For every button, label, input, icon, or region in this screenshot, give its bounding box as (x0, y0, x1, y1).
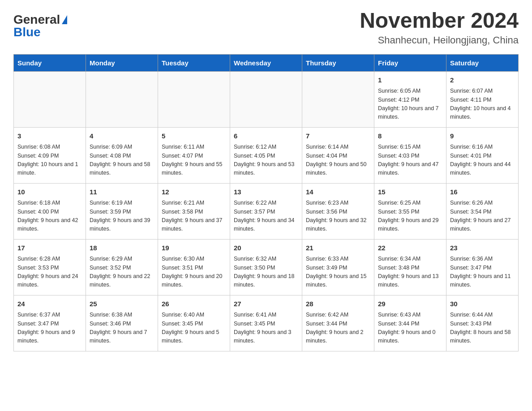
logo-blue-text: Blue (13, 26, 41, 39)
calendar-cell: 10Sunrise: 6:18 AMSunset: 4:00 PMDayligh… (14, 183, 86, 239)
calendar-cell: 27Sunrise: 6:41 AMSunset: 3:45 PMDayligh… (230, 295, 302, 351)
day-info: Sunrise: 6:33 AMSunset: 3:49 PMDaylight:… (306, 255, 370, 290)
calendar-cell: 13Sunrise: 6:22 AMSunset: 3:57 PMDayligh… (230, 183, 302, 239)
calendar-cell: 12Sunrise: 6:21 AMSunset: 3:58 PMDayligh… (158, 183, 230, 239)
day-info: Sunrise: 6:30 AMSunset: 3:51 PMDaylight:… (162, 255, 226, 290)
day-info: Sunrise: 6:19 AMSunset: 3:59 PMDaylight:… (90, 199, 154, 234)
calendar-week-row: 24Sunrise: 6:37 AMSunset: 3:47 PMDayligh… (14, 295, 519, 351)
calendar-cell: 14Sunrise: 6:23 AMSunset: 3:56 PMDayligh… (302, 183, 374, 239)
day-number: 18 (90, 243, 154, 253)
calendar-cell: 30Sunrise: 6:44 AMSunset: 3:43 PMDayligh… (446, 295, 519, 351)
day-info: Sunrise: 6:25 AMSunset: 3:55 PMDaylight:… (378, 199, 442, 234)
day-number: 12 (162, 187, 226, 197)
day-info: Sunrise: 6:14 AMSunset: 4:04 PMDaylight:… (306, 143, 370, 178)
calendar-cell: 4Sunrise: 6:09 AMSunset: 4:08 PMDaylight… (86, 127, 158, 183)
day-info: Sunrise: 6:43 AMSunset: 3:44 PMDaylight:… (378, 311, 442, 346)
calendar-cell: 6Sunrise: 6:12 AMSunset: 4:05 PMDaylight… (230, 127, 302, 183)
calendar-title: November 2024 (360, 9, 519, 33)
day-number: 29 (378, 299, 442, 309)
day-number: 9 (450, 131, 515, 141)
weekday-header-monday: Monday (86, 54, 158, 71)
day-info: Sunrise: 6:07 AMSunset: 4:11 PMDaylight:… (450, 87, 515, 122)
calendar-week-row: 17Sunrise: 6:28 AMSunset: 3:53 PMDayligh… (14, 239, 519, 295)
weekday-header-sunday: Sunday (14, 54, 86, 71)
calendar-cell (230, 71, 302, 127)
calendar-cell: 26Sunrise: 6:40 AMSunset: 3:45 PMDayligh… (158, 295, 230, 351)
day-number: 10 (17, 187, 82, 197)
day-number: 11 (90, 187, 154, 197)
day-number: 1 (378, 75, 442, 86)
day-info: Sunrise: 6:44 AMSunset: 3:43 PMDaylight:… (450, 311, 515, 346)
title-area: November 2024 Shanhecun, Heilongjiang, C… (360, 9, 519, 46)
day-number: 22 (378, 243, 442, 253)
day-info: Sunrise: 6:21 AMSunset: 3:58 PMDaylight:… (162, 199, 226, 234)
calendar-cell: 21Sunrise: 6:33 AMSunset: 3:49 PMDayligh… (302, 239, 374, 295)
calendar-cell: 18Sunrise: 6:29 AMSunset: 3:52 PMDayligh… (86, 239, 158, 295)
calendar-cell (302, 71, 374, 127)
day-info: Sunrise: 6:26 AMSunset: 3:54 PMDaylight:… (450, 199, 515, 234)
day-number: 30 (450, 299, 515, 309)
day-info: Sunrise: 6:36 AMSunset: 3:47 PMDaylight:… (450, 255, 515, 290)
day-info: Sunrise: 6:42 AMSunset: 3:44 PMDaylight:… (306, 311, 370, 346)
calendar-cell: 11Sunrise: 6:19 AMSunset: 3:59 PMDayligh… (86, 183, 158, 239)
day-number: 13 (234, 187, 298, 197)
calendar-cell: 16Sunrise: 6:26 AMSunset: 3:54 PMDayligh… (446, 183, 519, 239)
calendar-cell: 25Sunrise: 6:38 AMSunset: 3:46 PMDayligh… (86, 295, 158, 351)
calendar-cell: 2Sunrise: 6:07 AMSunset: 4:11 PMDaylight… (446, 71, 519, 127)
day-number: 15 (378, 187, 442, 197)
day-number: 4 (90, 131, 154, 141)
day-info: Sunrise: 6:28 AMSunset: 3:53 PMDaylight:… (17, 255, 82, 290)
day-info: Sunrise: 6:40 AMSunset: 3:45 PMDaylight:… (162, 311, 226, 346)
day-number: 2 (450, 75, 515, 86)
day-info: Sunrise: 6:29 AMSunset: 3:52 PMDaylight:… (90, 255, 154, 290)
calendar-cell: 29Sunrise: 6:43 AMSunset: 3:44 PMDayligh… (374, 295, 446, 351)
calendar-cell (86, 71, 158, 127)
calendar-cell: 28Sunrise: 6:42 AMSunset: 3:44 PMDayligh… (302, 295, 374, 351)
day-number: 20 (234, 243, 298, 253)
day-info: Sunrise: 6:08 AMSunset: 4:09 PMDaylight:… (17, 143, 82, 178)
weekday-header-row: SundayMondayTuesdayWednesdayThursdayFrid… (14, 54, 519, 71)
day-number: 5 (162, 131, 226, 141)
calendar-week-row: 10Sunrise: 6:18 AMSunset: 4:00 PMDayligh… (14, 183, 519, 239)
calendar-cell: 5Sunrise: 6:11 AMSunset: 4:07 PMDaylight… (158, 127, 230, 183)
weekday-header-saturday: Saturday (446, 54, 519, 71)
calendar-cell: 24Sunrise: 6:37 AMSunset: 3:47 PMDayligh… (14, 295, 86, 351)
day-number: 17 (17, 243, 82, 253)
day-info: Sunrise: 6:12 AMSunset: 4:05 PMDaylight:… (234, 143, 298, 178)
calendar-week-row: 3Sunrise: 6:08 AMSunset: 4:09 PMDaylight… (14, 127, 519, 183)
day-number: 14 (306, 187, 370, 197)
calendar-cell: 8Sunrise: 6:15 AMSunset: 4:03 PMDaylight… (374, 127, 446, 183)
calendar-table: SundayMondayTuesdayWednesdayThursdayFrid… (13, 54, 519, 351)
day-number: 6 (234, 131, 298, 141)
day-number: 16 (450, 187, 515, 197)
day-info: Sunrise: 6:15 AMSunset: 4:03 PMDaylight:… (378, 143, 442, 178)
calendar-cell: 20Sunrise: 6:32 AMSunset: 3:50 PMDayligh… (230, 239, 302, 295)
day-info: Sunrise: 6:05 AMSunset: 4:12 PMDaylight:… (378, 87, 442, 122)
calendar-cell: 7Sunrise: 6:14 AMSunset: 4:04 PMDaylight… (302, 127, 374, 183)
weekday-header-wednesday: Wednesday (230, 54, 302, 71)
day-info: Sunrise: 6:23 AMSunset: 3:56 PMDaylight:… (306, 199, 370, 234)
calendar-cell: 3Sunrise: 6:08 AMSunset: 4:09 PMDaylight… (14, 127, 86, 183)
logo-triangle-icon (62, 15, 67, 24)
day-number: 19 (162, 243, 226, 253)
weekday-header-thursday: Thursday (302, 54, 374, 71)
calendar-cell: 15Sunrise: 6:25 AMSunset: 3:55 PMDayligh… (374, 183, 446, 239)
weekday-header-tuesday: Tuesday (158, 54, 230, 71)
day-info: Sunrise: 6:34 AMSunset: 3:48 PMDaylight:… (378, 255, 442, 290)
logo-general-text: General (13, 13, 60, 26)
day-info: Sunrise: 6:37 AMSunset: 3:47 PMDaylight:… (17, 311, 82, 346)
day-info: Sunrise: 6:22 AMSunset: 3:57 PMDaylight:… (234, 199, 298, 234)
calendar-cell (158, 71, 230, 127)
day-info: Sunrise: 6:38 AMSunset: 3:46 PMDaylight:… (90, 311, 154, 346)
day-number: 24 (17, 299, 82, 309)
day-number: 27 (234, 299, 298, 309)
day-info: Sunrise: 6:18 AMSunset: 4:00 PMDaylight:… (17, 199, 82, 234)
day-number: 26 (162, 299, 226, 309)
calendar-cell: 1Sunrise: 6:05 AMSunset: 4:12 PMDaylight… (374, 71, 446, 127)
day-number: 25 (90, 299, 154, 309)
day-number: 3 (17, 131, 82, 141)
logo: General Blue (13, 9, 67, 39)
day-info: Sunrise: 6:41 AMSunset: 3:45 PMDaylight:… (234, 311, 298, 346)
day-number: 28 (306, 299, 370, 309)
weekday-header-friday: Friday (374, 54, 446, 71)
